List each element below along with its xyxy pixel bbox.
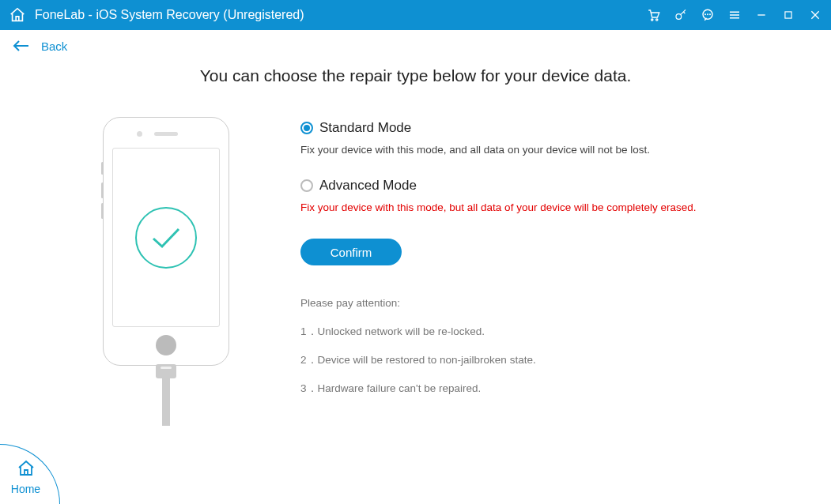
standard-mode-desc: Fix your device with this mode, and all … <box>300 144 799 156</box>
checkmark-icon <box>135 207 197 269</box>
svg-point-6 <box>710 14 711 15</box>
device-illustration <box>32 109 300 426</box>
home-icon[interactable] <box>8 6 27 24</box>
window-title: FoneLab - iOS System Recovery (Unregiste… <box>35 8 646 22</box>
key-icon[interactable] <box>673 7 689 23</box>
confirm-button[interactable]: Confirm <box>300 239 402 265</box>
back-row: Back <box>0 30 831 62</box>
svg-point-1 <box>656 19 658 21</box>
cable-connector-icon <box>156 364 176 378</box>
svg-point-5 <box>708 14 708 15</box>
svg-point-0 <box>652 19 653 21</box>
attention-item: 2．Device will be restored to non-jailbro… <box>300 353 799 367</box>
advanced-mode-radio[interactable]: Advanced Mode <box>300 178 799 194</box>
back-button[interactable]: Back <box>41 39 67 53</box>
attention-item: 3．Hardware failure can't be repaired. <box>300 382 799 396</box>
attention-title: Please pay attention: <box>300 297 799 309</box>
titlebar: FoneLab - iOS System Recovery (Unregiste… <box>0 0 831 30</box>
svg-rect-11 <box>785 12 791 18</box>
cart-icon[interactable] <box>646 7 662 23</box>
home-button[interactable]: Home <box>0 444 60 504</box>
phone-home-button <box>156 335 176 355</box>
advanced-mode-desc: Fix your device with this mode, but all … <box>300 201 799 213</box>
advanced-mode-title: Advanced Mode <box>319 178 417 194</box>
standard-mode-radio[interactable]: Standard Mode <box>300 120 799 136</box>
standard-mode-option: Standard Mode Fix your device with this … <box>300 120 799 156</box>
back-arrow-icon[interactable] <box>11 39 30 53</box>
page-heading: You can choose the repair type below for… <box>0 66 831 85</box>
options-panel: Standard Mode Fix your device with this … <box>300 109 799 426</box>
content: Standard Mode Fix your device with this … <box>0 109 831 426</box>
minimize-button[interactable] <box>754 7 769 23</box>
maximize-button[interactable] <box>780 7 796 23</box>
attention-block: Please pay attention: 1．Unlocked network… <box>300 297 799 396</box>
close-button[interactable] <box>807 7 823 23</box>
home-icon <box>17 459 36 481</box>
radio-selected-icon <box>300 122 313 134</box>
phone-outline <box>103 117 229 366</box>
cable-icon <box>162 378 170 426</box>
attention-item: 1．Unlocked network will be re-locked. <box>300 325 799 339</box>
standard-mode-title: Standard Mode <box>319 120 411 136</box>
advanced-mode-option: Advanced Mode Fix your device with this … <box>300 178 799 213</box>
feedback-icon[interactable] <box>700 7 716 23</box>
radio-unselected-icon <box>300 179 313 192</box>
window-controls <box>646 7 823 23</box>
svg-point-2 <box>676 14 682 20</box>
menu-icon[interactable] <box>727 7 742 23</box>
home-label: Home <box>11 483 40 495</box>
svg-point-4 <box>705 14 706 15</box>
